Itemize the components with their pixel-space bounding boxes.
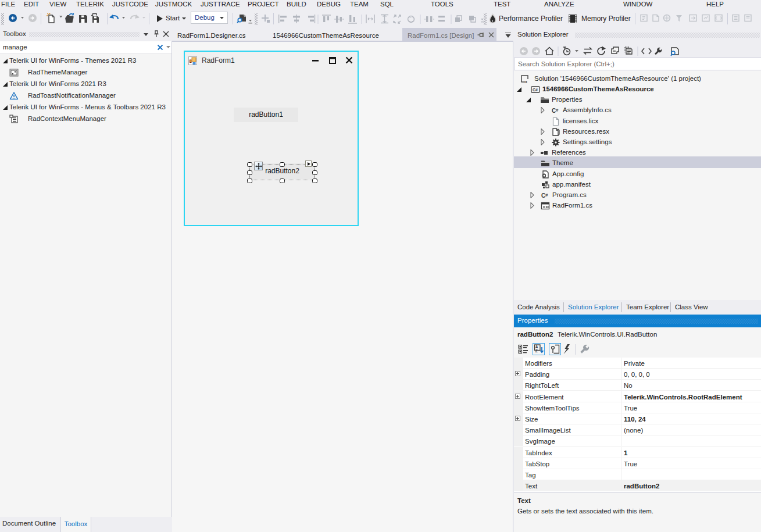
- svg-text:x: x: [525, 80, 527, 84]
- svg-text:Z: Z: [535, 349, 538, 353]
- svg-text:A: A: [535, 345, 538, 349]
- svg-text:#: #: [556, 108, 559, 113]
- svg-text:#: #: [545, 192, 548, 198]
- svg-text:C#: C#: [533, 88, 538, 92]
